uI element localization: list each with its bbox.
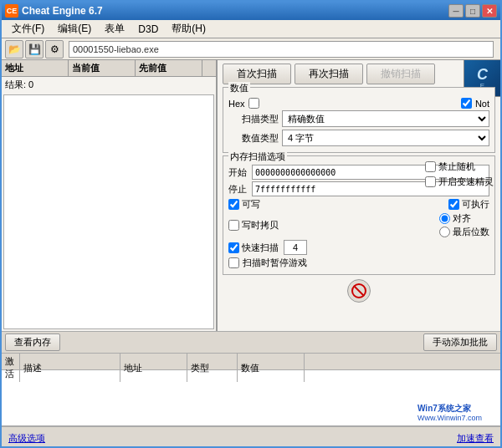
- fast-scan-value-input[interactable]: [284, 240, 307, 255]
- executable-option[interactable]: 可执行: [448, 198, 489, 211]
- align-label: 对齐: [453, 212, 471, 225]
- browse-memory-bar: 查看内存 手动添加批批: [2, 331, 500, 353]
- window-controls: ─ □ ✕: [448, 4, 497, 18]
- title-bar: CE Cheat Engine 6.7 ─ □ ✕: [2, 2, 500, 20]
- manual-add-button[interactable]: 手动添加批批: [423, 333, 497, 351]
- last-digit-label: 最后位数: [453, 226, 489, 238]
- disable-random-option[interactable]: 禁止随机: [425, 160, 494, 173]
- window-title: Cheat Engine 6.7: [22, 5, 448, 17]
- align-radio[interactable]: [439, 213, 450, 224]
- cheat-col-active: 激活: [2, 354, 20, 382]
- watermark-line1: Win7系统之家: [417, 403, 482, 414]
- undo-scan-button[interactable]: 撤销扫描: [366, 64, 435, 84]
- scan-type-select[interactable]: 精确数值 模糊扫描 增加的数值 减少的数值: [282, 110, 489, 127]
- value-type-label: 数值类型: [228, 132, 279, 145]
- left-panel: 地址 当前值 先前值 结果: 0: [2, 60, 218, 331]
- speed-wizard-label: 开启变速精灵: [438, 176, 494, 188]
- hex-checkbox[interactable]: [248, 98, 259, 109]
- col-current: 当前值: [69, 60, 136, 76]
- cow-checkbox[interactable]: [228, 220, 239, 231]
- watermark-line2: Www.Winwin7.com: [417, 414, 482, 424]
- cheat-col-desc: 描述: [20, 354, 120, 382]
- advanced-options-link[interactable]: 高级选项: [8, 432, 45, 445]
- writable-option[interactable]: 可写: [228, 198, 260, 211]
- last-digit-option[interactable]: 最后位数: [439, 226, 489, 238]
- not-checkbox[interactable]: [461, 98, 472, 109]
- hex-label: Hex: [228, 99, 245, 109]
- process-display[interactable]: 00001550-liebao.exe: [69, 41, 494, 58]
- hex-row: Hex Not: [228, 96, 489, 110]
- next-scan-button[interactable]: 再次扫描: [295, 64, 363, 84]
- right-panel: C E 首次扫描 再次扫描 撤销扫描 数值 Hex: [218, 60, 500, 331]
- value-group: 数值 Hex Not 扫描类型 精确数值 模糊扫描: [223, 87, 495, 153]
- cheat-table-header: 激活 描述 地址 类型 数值: [2, 354, 500, 370]
- fast-scan-row: 快速扫描: [228, 240, 489, 255]
- stop-scan-button[interactable]: [347, 279, 371, 303]
- result-count: 结果: 0: [2, 77, 216, 93]
- fast-scan-checkbox[interactable]: [228, 242, 239, 253]
- align-option[interactable]: 对齐: [439, 212, 489, 225]
- cheat-col-addr: 地址: [120, 354, 187, 382]
- menu-form[interactable]: 表单: [98, 20, 131, 38]
- scan-type-row: 扫描类型 精确数值 模糊扫描 增加的数值 减少的数值: [228, 110, 489, 127]
- disable-random-label: 禁止随机: [438, 160, 475, 173]
- scan-type-label: 扫描类型: [228, 113, 279, 125]
- scan-options-title: 内存扫描选项: [228, 150, 287, 163]
- cow-label: 写时拷贝: [242, 219, 279, 232]
- menu-file[interactable]: 文件(F): [5, 20, 51, 38]
- value-type-select[interactable]: 4 字节 2 字节 1 字节 8 字节 浮点数 双精度: [282, 130, 489, 146]
- start-label: 开始: [228, 166, 248, 179]
- svg-line-1: [354, 286, 364, 296]
- menu-help[interactable]: 帮助(H): [165, 20, 213, 38]
- footer: 高级选项 Win7系统之家 Www.Winwin7.com: [2, 426, 500, 448]
- col-previous: 先前值: [136, 60, 202, 76]
- cheat-col-value: 数值: [238, 354, 305, 382]
- alignment-group: 对齐 最后位数: [439, 212, 489, 238]
- menu-d3d[interactable]: D3D: [131, 22, 165, 37]
- speed-wizard-option[interactable]: 开启变速精灵: [425, 176, 494, 188]
- value-type-row: 数值类型 4 字节 2 字节 1 字节 8 字节 浮点数 双精度: [228, 130, 489, 146]
- list-header: 地址 当前值 先前值: [2, 60, 216, 77]
- scan-buttons-row: 首次扫描 再次扫描 撤销扫描: [223, 64, 455, 84]
- executable-label: 可执行: [462, 198, 489, 211]
- cheat-col-type: 类型: [187, 354, 238, 382]
- open-button[interactable]: 📂: [5, 40, 23, 59]
- result-list[interactable]: [3, 94, 214, 329]
- not-label: Not: [475, 99, 489, 109]
- ce-letter: C: [477, 67, 488, 82]
- menu-edit[interactable]: 编辑(E): [51, 20, 98, 38]
- stop-scan-row: [223, 279, 495, 303]
- maximize-button[interactable]: □: [465, 4, 480, 18]
- right-checkboxes: 禁止随机 开启变速精灵: [425, 160, 494, 188]
- stop-label: 停止: [228, 183, 248, 196]
- writable-label: 可写: [242, 198, 260, 211]
- speed-wizard-checkbox[interactable]: [425, 176, 436, 187]
- close-button[interactable]: ✕: [482, 4, 497, 18]
- cow-option[interactable]: 写时拷贝: [228, 219, 279, 232]
- executable-checkbox[interactable]: [448, 199, 459, 210]
- value-group-title: 数值: [228, 82, 250, 94]
- minimize-button[interactable]: ─: [448, 4, 464, 18]
- stop-icon: [351, 283, 367, 299]
- save-button[interactable]: 💾: [25, 40, 44, 59]
- menu-bar: 文件(F) 编辑(E) 表单 D3D 帮助(H): [2, 20, 500, 38]
- fast-scan-option[interactable]: 快速扫描: [228, 242, 279, 254]
- app-icon: CE: [5, 4, 18, 18]
- browse-memory-button[interactable]: 查看内存: [5, 333, 60, 351]
- fast-scan-label: 快速扫描: [242, 242, 279, 254]
- col-address: 地址: [2, 60, 69, 76]
- writable-checkbox[interactable]: [228, 199, 239, 210]
- pause-game-checkbox[interactable]: [228, 257, 239, 268]
- disable-random-checkbox[interactable]: [425, 161, 436, 172]
- add-view-link[interactable]: 加速查看: [457, 432, 494, 445]
- last-digit-radio[interactable]: [439, 227, 450, 237]
- toolbar: 📂 💾 ⚙ 00001550-liebao.exe: [2, 38, 500, 60]
- settings-toolbar-button[interactable]: ⚙: [45, 40, 64, 59]
- pause-game-label: 扫描时暂停游戏: [243, 257, 307, 269]
